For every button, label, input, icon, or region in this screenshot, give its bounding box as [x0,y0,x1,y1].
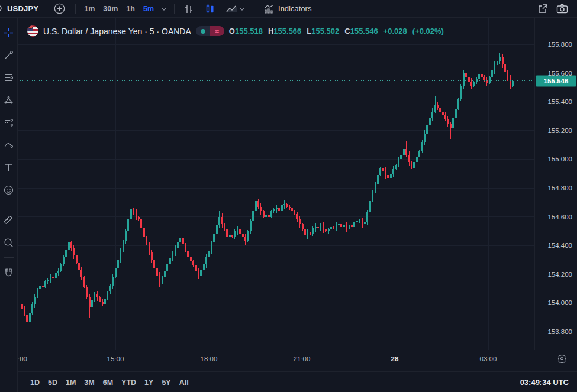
smiley-icon [3,184,14,196]
rail-divider [4,257,14,258]
measure-tool-button[interactable] [1,210,17,230]
last-price-label: 155.546 [536,75,576,86]
symbol-flag-icon [27,25,38,37]
toolbar-divider [174,4,175,14]
text-tool-icon [3,162,14,173]
time-axis-label: 18:00 [201,355,218,362]
range-1y[interactable]: 1Y [140,377,157,388]
price-axis-label: 155.200 [547,127,572,134]
drawing-toolbar [0,18,18,392]
crosshair-tool-button[interactable] [1,22,17,43]
text-tool-button[interactable] [1,157,17,177]
price-axis-label: 154.200 [547,271,572,278]
candlestick-style-icon [205,4,215,14]
candles-style-button[interactable] [201,1,220,17]
toolbar-divider [75,4,76,14]
market-status-pill[interactable]: ≈ [196,26,224,36]
toolbar-divider [254,4,254,14]
projection-icon [3,117,14,128]
crosshair-icon [3,27,14,38]
forecast-tool-button[interactable] [1,112,17,132]
timeframe-5m[interactable]: 5m [140,1,157,17]
timezone-settings-button[interactable] [557,354,566,363]
time-axis-label: 28 [391,355,399,362]
range-6m[interactable]: 6M [99,377,117,388]
plus-circle-icon [54,3,65,14]
pattern-tool-button[interactable] [1,90,17,110]
change-value: +0.028 [383,27,407,35]
trend-line-icon [3,50,14,61]
rail-divider [4,205,14,205]
ohlc-values: O155.518 H155.566 L155.502 C155.546 +0.0… [229,27,444,35]
bottom-toolbar: 1D 5D 1M 3M 6M YTD 1Y 5Y All 03:49:34 UT… [18,372,577,392]
price-axis-label: 155.800 [547,41,572,48]
chart-legend: U.S. Dollar / Japanese Yen · 5 · OANDA ≈… [27,25,444,37]
legend-title[interactable]: U.S. Dollar / Japanese Yen · 5 · OANDA [43,27,191,36]
range-5d[interactable]: 5D [44,377,62,388]
price-axis-label: 154.600 [547,213,572,221]
gear-icon [557,354,566,363]
bar-style-button[interactable] [179,1,198,17]
magnet-tool-button[interactable] [1,263,17,283]
compare-add-symbol-button[interactable] [50,1,69,17]
open-in-new-icon [537,4,548,14]
fibonacci-tool-button[interactable] [1,67,17,88]
timeframe-menu-button[interactable] [159,1,169,17]
time-axis-label: 21:00 [294,355,311,362]
range-1d[interactable]: 1D [26,377,44,388]
price-axis-label: 155.400 [547,98,572,105]
price-axis-label: 154.400 [547,242,572,249]
symbol-search-button[interactable]: USDJPY [5,1,43,17]
xabcd-pattern-icon [3,95,14,106]
clock-utc[interactable]: 03:49:34 UTC [520,378,569,387]
fib-retracement-icon [3,72,14,83]
range-1m[interactable]: 1M [62,377,80,388]
range-all[interactable]: All [175,377,193,388]
price-axis-label: 155.000 [547,155,572,163]
price-axis[interactable]: 155.546 155.800155.600155.400155.200155.… [534,18,577,350]
search-icon[interactable] [0,4,5,14]
range-3m[interactable]: 3M [80,377,98,388]
time-axis-label: :00 [18,355,27,362]
snapshot-button[interactable] [552,1,572,17]
area-chart-icon [226,4,238,14]
timeframe-30m[interactable]: 30m [99,1,121,17]
market-open-dot [196,26,210,36]
range-ytd[interactable]: YTD [117,377,140,388]
tradingview-app: USDJPY 1m 30m 1h 5m [0,0,577,392]
arc-tool-button[interactable] [1,135,17,155]
delayed-data-icon: ≈ [210,26,224,36]
price-axis-label: 154.800 [547,184,572,192]
top-toolbar: USDJPY 1m 30m 1h 5m [0,0,577,18]
change-percent: (+0.02%) [412,27,444,35]
chart-pane[interactable]: U.S. Dollar / Japanese Yen · 5 · OANDA ≈… [18,18,534,350]
symbol-name: USDJPY [7,4,38,13]
indicators-icon [263,4,275,14]
zoom-in-tool-button[interactable] [1,232,17,252]
bars-style-icon [183,4,194,14]
time-axis-label: 03:00 [480,355,497,362]
magnet-icon [3,267,14,278]
zoom-in-icon [3,237,14,248]
camera-icon [556,4,568,14]
toolbar-divider [528,4,528,14]
trend-line-tool-button[interactable] [1,45,17,65]
time-axis-label: 15:00 [107,355,124,362]
indicators-label: Indicators [278,4,311,13]
ruler-icon [3,215,14,226]
timeframe-1m[interactable]: 1m [80,1,98,17]
timeframe-1h[interactable]: 1h [123,1,138,17]
price-axis-label: 153.800 [547,328,572,335]
arc-brush-icon [3,140,14,151]
range-5y[interactable]: 5Y [157,377,175,388]
time-axis[interactable]: :0015:0018:0021:002803:00 [18,350,577,372]
price-axis-label: 154.000 [547,299,572,306]
price-axis-label: 155.600 [547,70,572,77]
candles-svg [18,18,534,350]
chevron-down-icon [239,7,245,11]
chevron-down-icon [161,7,167,11]
emoji-tool-button[interactable] [1,180,17,200]
line-style-menu-button[interactable] [222,1,249,17]
publish-button[interactable] [533,1,552,17]
indicators-button[interactable]: Indicators [259,1,315,17]
